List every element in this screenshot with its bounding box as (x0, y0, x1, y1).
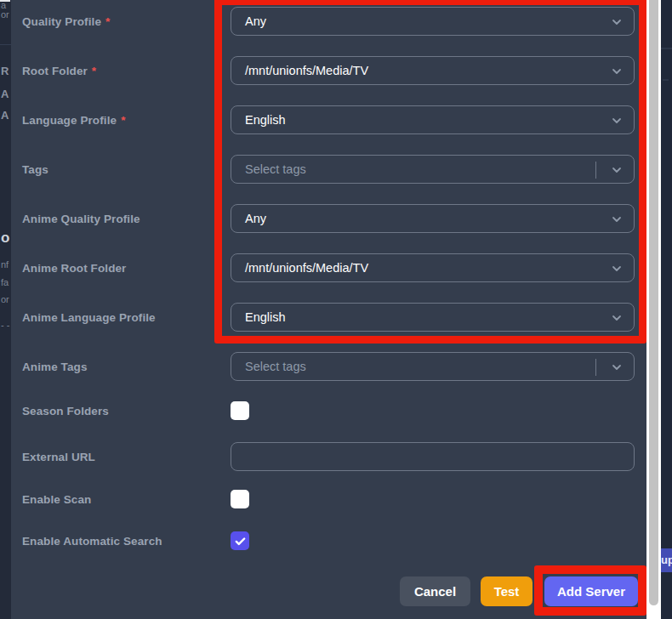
test-button[interactable]: Test (481, 576, 532, 606)
anime-root-folder-value: /mnt/unionfs/Media/TV (245, 261, 368, 275)
background-text-fragment: o (1, 230, 9, 247)
cancel-button[interactable]: Cancel (400, 576, 470, 606)
root-folder-value: /mnt/unionfs/Media/TV (245, 64, 368, 77)
background-divider (0, 44, 11, 45)
language-profile-select[interactable]: English (231, 105, 635, 134)
sonarr-settings-modal-screen: a or R A A o nf fa or - - Quality Profil… (0, 0, 672, 619)
anime-root-folder-select[interactable]: /mnt/unionfs/Media/TV (231, 253, 635, 282)
enable-automatic-search-row: Enable Automatic Search (11, 531, 646, 550)
external-url-row: External URL (11, 442, 646, 471)
enable-scan-label: Enable Scan (22, 493, 91, 506)
chevron-down-icon (608, 359, 625, 376)
enable-scan-checkbox[interactable] (231, 490, 249, 508)
checkmark-icon (234, 535, 247, 548)
root-folder-label: Root Folder* (22, 65, 96, 77)
quality-profile-row: Quality Profile* Any (11, 7, 646, 36)
select-indicator-separator (595, 359, 596, 376)
background-text-fragment: or (1, 9, 9, 20)
root-folder-select[interactable]: /mnt/unionfs/Media/TV (231, 56, 635, 85)
anime-tags-row: Anime Tags Select tags (11, 352, 646, 381)
anime-root-folder-row: Anime Root Folder /mnt/unionfs/Media/TV (11, 253, 646, 282)
background-text-fragment: - - (1, 320, 9, 330)
background-text-fragment: or (1, 294, 9, 304)
anime-language-profile-label: Anime Language Profile (22, 311, 156, 324)
quality-profile-value: Any (245, 14, 266, 28)
background-text-fragment: R (1, 65, 9, 77)
chevron-down-icon (608, 162, 625, 179)
enable-automatic-search-checkbox[interactable] (231, 531, 249, 550)
chevron-down-icon (608, 14, 625, 31)
enable-scan-row: Enable Scan (11, 490, 646, 508)
enable-automatic-search-label: Enable Automatic Search (22, 535, 162, 548)
tags-placeholder: Select tags (245, 162, 306, 176)
anime-tags-placeholder: Select tags (245, 360, 306, 373)
chevron-down-icon (608, 310, 625, 327)
external-url-input[interactable] (231, 442, 635, 471)
season-folders-row: Season Folders (11, 401, 646, 420)
anime-quality-profile-label: Anime Quality Profile (22, 213, 140, 225)
chevron-down-icon (608, 63, 625, 80)
chevron-down-icon (608, 260, 625, 277)
required-asterisk: * (105, 15, 110, 28)
background-divider (663, 79, 669, 81)
language-profile-label: Language Profile* (22, 114, 125, 127)
language-profile-value: English (245, 113, 286, 127)
scrollbar-track[interactable] (646, 0, 661, 619)
select-indicator-separator (595, 162, 596, 179)
quality-profile-label: Quality Profile* (22, 15, 110, 28)
tags-multiselect[interactable]: Select tags (231, 155, 635, 184)
anime-tags-label: Anime Tags (22, 361, 88, 373)
anime-quality-profile-select[interactable]: Any (231, 204, 635, 233)
chevron-down-icon (608, 211, 625, 228)
tags-label: Tags (22, 163, 48, 176)
quality-profile-select[interactable]: Any (231, 7, 635, 36)
background-page-left-sliver: a or R A A o nf fa or - - (0, 0, 11, 619)
tags-row: Tags Select tags (11, 155, 646, 184)
background-text-fragment: A (1, 88, 9, 100)
background-text-fragment: nf (1, 259, 9, 270)
scrollbar-thumb[interactable] (649, 0, 658, 605)
required-asterisk: * (92, 65, 96, 77)
season-folders-checkbox[interactable] (231, 401, 249, 420)
anime-language-profile-row: Anime Language Profile English (11, 303, 646, 332)
background-divider (661, 48, 672, 49)
language-profile-row: Language Profile* English (11, 105, 646, 134)
anime-quality-profile-value: Any (245, 212, 266, 225)
background-text-fragment: A (1, 109, 9, 122)
anime-tags-multiselect[interactable]: Select tags (231, 352, 635, 381)
background-text-fragment: fa (1, 277, 9, 287)
background-page-right-sliver: up (661, 0, 672, 619)
add-server-button[interactable]: Add Server (544, 576, 638, 606)
background-button-fragment: up (661, 548, 672, 572)
chevron-down-icon (608, 112, 625, 129)
season-folders-label: Season Folders (22, 405, 109, 417)
add-sonarr-server-form: Quality Profile* Any Root Folder* /mnt/u… (11, 0, 646, 619)
anime-language-profile-value: English (245, 310, 286, 324)
external-url-label: External URL (22, 451, 95, 463)
anime-language-profile-select[interactable]: English (231, 303, 635, 332)
root-folder-row: Root Folder* /mnt/unionfs/Media/TV (11, 56, 646, 85)
anime-quality-profile-row: Anime Quality Profile Any (11, 204, 646, 233)
required-asterisk: * (121, 114, 125, 127)
anime-root-folder-label: Anime Root Folder (22, 262, 126, 275)
